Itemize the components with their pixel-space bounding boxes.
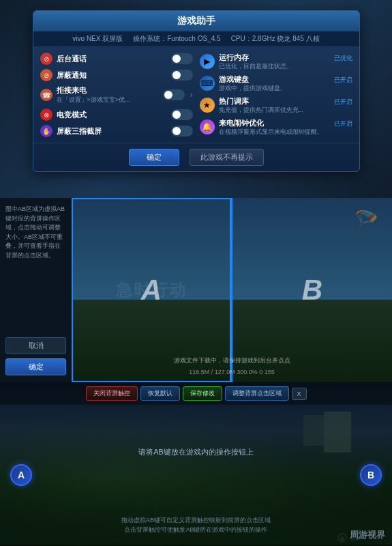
feature-block-notification: ⊘ 屏蔽通知 bbox=[40, 69, 193, 81]
feature-sub: 在「设置」>游戏宝宝>优... bbox=[57, 96, 159, 104]
feature-name: 拒接来电 bbox=[57, 85, 159, 96]
block-notification-toggle[interactable] bbox=[171, 70, 193, 81]
section2-left-panel: 图中AB区域为虚拟AB键对应的背屏操作区域，点击拖动可调整大小。AB区域不可重叠… bbox=[0, 198, 72, 382]
alarm-icon: 🔔 bbox=[200, 119, 215, 134]
feature-running-memory: ▶ 运行内存 已优化，目前是最佳状态。 已优化 bbox=[200, 53, 352, 70]
background-call-toggle[interactable] bbox=[171, 53, 193, 64]
section3-main-text: 请将AB键放在游戏内的操作按钮上 bbox=[138, 447, 254, 457]
feature-name: 游戏键盘 bbox=[219, 74, 330, 85]
feature-status: 已优化 bbox=[334, 54, 352, 63]
feature-name: 运行内存 bbox=[219, 53, 330, 63]
game-assistant-dialog: 游戏助手 vivo NEX 双屏版 操作系统：Funtouch OS_4.5 C… bbox=[33, 10, 360, 172]
confirm-button[interactable]: 确定 bbox=[129, 149, 179, 166]
sub-text-line1: 拖动虚拟AB键可自定义背屏触控映射到前屏的点击区域 bbox=[60, 516, 333, 526]
section3-sub-text: 拖动虚拟AB键可自定义背屏触控映射到前屏的点击区域 点击背屏触控可使触发AB键所… bbox=[60, 516, 333, 534]
esport-icon: ⊗ bbox=[40, 109, 52, 121]
feature-hotspot-library: ★ 热门调库 免充值，提供热门调库优先充... 已开启 bbox=[200, 96, 352, 114]
overlay-text: 游戏文件下载中，请保持游戏到后台并点点 bbox=[72, 356, 392, 365]
close-back-screen-button[interactable]: 关闭背屏触控 bbox=[86, 386, 138, 401]
feature-name: 来电闹钟优化 bbox=[219, 118, 330, 128]
brand-watermark: 周游视界 bbox=[350, 529, 385, 541]
preview-stats: 116.5M / 127.0M 300.0% 0 155 bbox=[72, 369, 392, 375]
ab-region-setup-section: 图中AB区域为虚拟AB键对应的背屏操作区域，点击拖动可调整大小。AB区域不可重叠… bbox=[0, 198, 392, 382]
running-memory-icon: ▶ bbox=[200, 54, 215, 69]
feature-status: 已开启 bbox=[334, 98, 352, 106]
feature-sub: 免充值，提供热门调库优先充... bbox=[219, 106, 330, 114]
game-keyboard-icon: ⌨ bbox=[200, 76, 215, 91]
back-screen-control-section: 关闭背屏触控 恢复默认 保存修改 调整背屏点击区域 X A B 请将AB键放在游… bbox=[0, 382, 392, 546]
feature-game-keyboard: ⌨ 游戏键盘 游戏中，提供游戏键盘。 已开启 bbox=[200, 74, 352, 92]
esport-toggle[interactable] bbox=[171, 109, 193, 120]
feature-background-call: ⊘ 后台通话 bbox=[40, 53, 193, 65]
feature-reject-call: ☎ 拒接来电 在「设置」>游戏宝宝>优... › bbox=[40, 85, 193, 104]
arrow-icon[interactable]: › bbox=[190, 90, 193, 100]
parachute-icon: 🪂 bbox=[355, 208, 378, 231]
feature-name: 后台通话 bbox=[57, 54, 167, 64]
section3-main-content: A B 请将AB键放在游戏内的操作按钮上 拖动虚拟AB键可自定义背屏触控映射到前… bbox=[0, 405, 392, 545]
block-notification-icon: ⊘ bbox=[40, 69, 52, 81]
toggle-knob bbox=[172, 71, 181, 79]
cpu-info: CPU：2.8GHz 骁龙 845 八核 bbox=[231, 34, 320, 44]
close-x-button[interactable]: X bbox=[292, 388, 307, 400]
toggle-knob bbox=[172, 127, 181, 135]
dialog-footer: 确定 此游戏不再提示 bbox=[33, 143, 359, 171]
background-call-icon: ⊘ bbox=[40, 53, 52, 65]
toggle-knob bbox=[172, 55, 181, 63]
ok-button[interactable]: 确定 bbox=[5, 358, 66, 375]
block-gesture-toggle[interactable] bbox=[171, 126, 193, 136]
adjust-region-button[interactable]: 调整背屏点击区域 bbox=[225, 386, 289, 401]
reject-call-icon: ☎ bbox=[40, 89, 52, 101]
no-show-button[interactable]: 此游戏不再提示 bbox=[190, 149, 264, 166]
dialog-content: ⊘ 后台通话 ⊘ 屏蔽通知 bbox=[33, 47, 359, 143]
feature-name: 屏蔽通知 bbox=[57, 70, 167, 81]
feature-name: 热门调库 bbox=[219, 96, 330, 106]
region-a-label: A bbox=[141, 274, 162, 306]
ab-region-description: 图中AB区域为虚拟AB键对应的背屏操作区域，点击拖动可调整大小。AB区域不可重叠… bbox=[5, 205, 66, 260]
toggle-knob bbox=[164, 91, 172, 99]
features-right: ▶ 运行内存 已优化，目前是最佳状态。 已优化 ⌨ 游戏键盘 游戏中，提供游戏键… bbox=[200, 53, 352, 137]
cancel-button[interactable]: 取消 bbox=[5, 337, 66, 354]
dialog-info-row: vivo NEX 双屏版 操作系统：Funtouch OS_4.5 CPU：2.… bbox=[33, 31, 359, 47]
feature-status: 已开启 bbox=[334, 76, 352, 85]
feature-sub: 在视频浮窗形式显示来电或闹钟提醒。 bbox=[219, 128, 330, 136]
ab-button-b[interactable]: B bbox=[360, 464, 382, 486]
toggle-knob bbox=[172, 111, 181, 119]
section2-buttons: 取消 确定 bbox=[5, 337, 66, 375]
features-left: ⊘ 后台通话 ⊘ 屏蔽通知 bbox=[40, 53, 193, 137]
section3-toolbar: 关闭背屏触控 恢复默认 保存修改 调整背屏点击区域 X bbox=[0, 382, 392, 405]
region-b-label: B bbox=[302, 274, 322, 306]
restore-default-button[interactable]: 恢复默认 bbox=[140, 386, 180, 401]
game-preview-area: 急时行动 A 🪂 B bbox=[72, 198, 392, 382]
sub-text-line2: 点击背屏触控可使触发AB键所在游戏中的按钮的操作 bbox=[60, 526, 333, 535]
game-assistant-section: 游戏助手 vivo NEX 双屏版 操作系统：Funtouch OS_4.5 C… bbox=[0, 0, 392, 198]
os-info: 操作系统：Funtouch OS_4.5 bbox=[133, 34, 220, 44]
dialog-title: 游戏助手 bbox=[33, 11, 359, 31]
region-a-panel[interactable]: 急时行动 A bbox=[72, 198, 232, 382]
feature-sub: 游戏中，提供游戏键盘。 bbox=[219, 85, 330, 92]
section2-game-preview: 急时行动 A 🪂 B 游戏文件下载中，请保持游戏到后台并点点 116.5M / … bbox=[72, 198, 392, 382]
ab-button-a[interactable]: A bbox=[10, 464, 32, 486]
feature-esport-mode: ⊗ 电竞模式 bbox=[40, 109, 193, 121]
feature-status: 已开启 bbox=[334, 119, 352, 128]
feature-name: 屏蔽三指截屏 bbox=[57, 126, 167, 136]
feature-incoming-optimize: 🔔 来电闹钟优化 在视频浮窗形式显示来电或闹钟提醒。 已开启 bbox=[200, 118, 352, 136]
region-b-panel[interactable]: 🪂 B bbox=[232, 198, 392, 382]
save-changes-button[interactable]: 保存修改 bbox=[183, 386, 222, 401]
feature-sub: 已优化，目前是最佳状态。 bbox=[219, 63, 330, 70]
device-info: vivo NEX 双屏版 bbox=[72, 34, 123, 44]
reject-call-toggle[interactable] bbox=[163, 89, 185, 100]
block-gesture-icon: ✋ bbox=[40, 125, 52, 137]
feature-block-gesture: ✋ 屏蔽三指截屏 bbox=[40, 125, 193, 137]
hotspot-library-icon: ★ bbox=[200, 98, 215, 113]
feature-name: 电竞模式 bbox=[57, 110, 167, 120]
